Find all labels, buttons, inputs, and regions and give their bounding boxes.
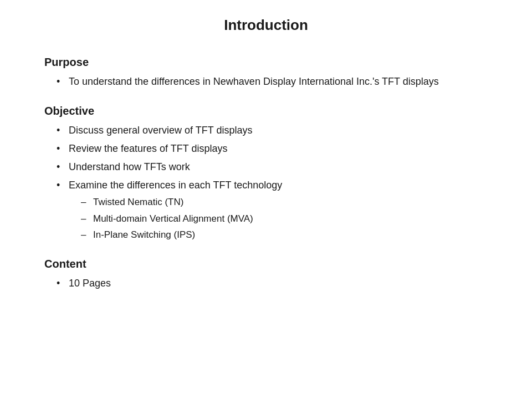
section-heading-objective: Objective <box>44 105 488 117</box>
slide: Introduction PurposeTo understand the di… <box>0 0 532 399</box>
section-purpose: PurposeTo understand the differences in … <box>44 56 488 89</box>
bullet-item: Review the features of TFT displays <box>55 141 488 156</box>
bullet-item: Understand how TFTs work <box>55 160 488 175</box>
sub-bullet-list: Twisted Nematic (TN)Multi-domain Vertica… <box>69 195 488 242</box>
bullet-list-objective: Discuss general overview of TFT displays… <box>44 123 488 242</box>
bullet-item: Examine the differences in each TFT tech… <box>55 178 488 242</box>
section-objective: ObjectiveDiscuss general overview of TFT… <box>44 105 488 242</box>
section-heading-content: Content <box>44 258 488 270</box>
bullet-list-purpose: To understand the differences in Newhave… <box>44 74 488 89</box>
bullet-list-content: 10 Pages <box>44 276 488 291</box>
bullet-item: To understand the differences in Newhave… <box>55 74 488 89</box>
bullet-item: 10 Pages <box>55 276 488 291</box>
bullet-item: Discuss general overview of TFT displays <box>55 123 488 138</box>
sub-bullet-item: Multi-domain Vertical Alignment (MVA) <box>80 212 488 226</box>
sub-bullet-item: In-Plane Switching (IPS) <box>80 228 488 242</box>
section-content: Content10 Pages <box>44 258 488 291</box>
slide-title: Introduction <box>44 11 488 34</box>
sub-bullet-item: Twisted Nematic (TN) <box>80 195 488 209</box>
section-heading-purpose: Purpose <box>44 56 488 69</box>
